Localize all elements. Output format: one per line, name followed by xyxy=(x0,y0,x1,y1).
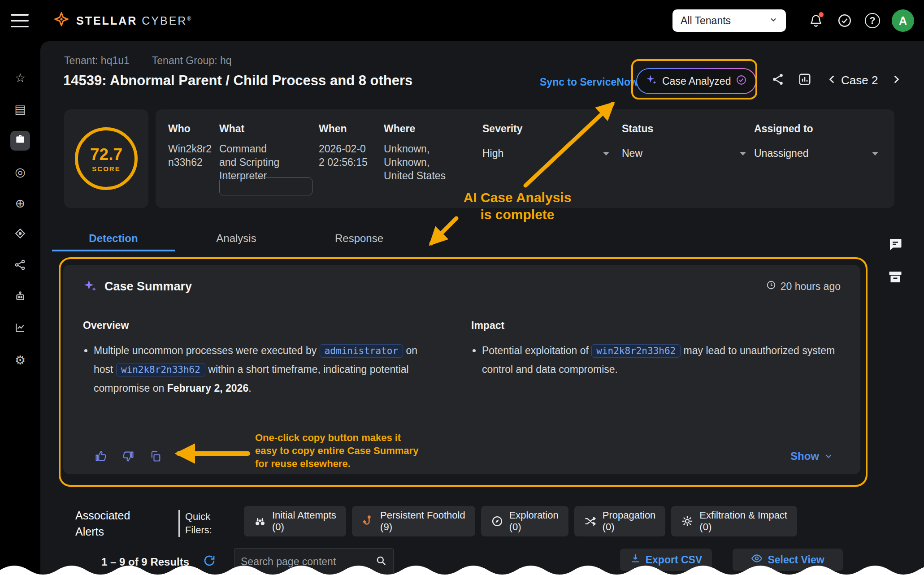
assigned-to-label: Assigned to xyxy=(754,123,878,135)
menu-icon[interactable] xyxy=(11,14,29,27)
score-value: 72.7 xyxy=(90,145,122,164)
tenant-selector[interactable]: All Tenants xyxy=(672,9,786,32)
notifications-bell-icon[interactable] xyxy=(807,12,824,29)
case-analyzed-label: Case Analyzed xyxy=(662,75,731,87)
show-toggle[interactable]: Show xyxy=(790,450,833,463)
previous-case-button[interactable] xyxy=(826,73,838,87)
sidebar-item-favorites[interactable]: ☆ xyxy=(10,68,30,88)
help-icon[interactable]: ? xyxy=(865,13,880,28)
search-icon[interactable] xyxy=(375,555,387,568)
sidebar-item-settings[interactable]: ⚙ xyxy=(10,350,30,370)
share-icon[interactable] xyxy=(771,73,785,88)
score-gauge: 72.7 SCORE xyxy=(75,127,138,190)
case-summary-title: Case Summary xyxy=(104,280,192,294)
filter-propagation[interactable]: Propagation(0) xyxy=(574,506,666,536)
status-dropdown[interactable]: New xyxy=(622,147,746,166)
crossed-arrows-icon xyxy=(584,515,597,527)
case-analyzed-button[interactable]: Case Analyzed xyxy=(636,68,756,94)
robot-icon xyxy=(14,290,26,305)
clock-icon xyxy=(766,280,776,293)
select-view-button[interactable]: Select View xyxy=(733,549,843,571)
hook-icon xyxy=(362,515,374,527)
results-count: 1 – 9 of 9 Results xyxy=(101,556,189,568)
when-value: 2026-02-02 02:56:15 xyxy=(319,142,369,169)
filter-exfiltration-impact[interactable]: Exfiltration & Impact(0) xyxy=(671,506,797,536)
tab-response[interactable]: Response xyxy=(298,227,421,251)
star-icon: ☆ xyxy=(15,71,26,85)
overview-bullet: Multiple uncommon processes were execute… xyxy=(94,342,424,398)
tenant-group-label: Tenant Group: hq xyxy=(152,55,232,67)
compass-icon xyxy=(491,515,503,527)
filter-persistent-foothold[interactable]: Persistent Foothold(9) xyxy=(352,506,475,536)
sidebar-item-cases[interactable] xyxy=(10,131,30,151)
sidebar-item-reports[interactable] xyxy=(10,319,30,339)
search-input[interactable] xyxy=(241,556,375,568)
notification-dot xyxy=(819,12,824,17)
chevron-down-icon xyxy=(872,152,878,156)
sidebar-item-dashboards[interactable]: ▤ xyxy=(10,99,30,119)
when-label: When xyxy=(319,123,373,135)
quick-filters-label: Quick Filers: xyxy=(178,510,226,537)
sync-to-servicenow-link[interactable]: Sync to ServiceNow xyxy=(540,76,638,88)
bullseye-icon: ◎ xyxy=(15,165,26,179)
who-label: Who xyxy=(168,123,217,135)
tab-detection[interactable]: Detection xyxy=(52,227,175,251)
download-icon xyxy=(630,553,641,566)
export-csv-button[interactable]: Export CSV xyxy=(620,549,712,571)
thumbs-down-icon[interactable] xyxy=(122,450,134,463)
what-value: Command and Scripting Interpreter xyxy=(219,142,282,182)
sidebar-item-hunting[interactable] xyxy=(10,225,30,245)
chevron-down-icon xyxy=(769,15,778,27)
sidebar-item-detections[interactable]: ◎ xyxy=(10,162,30,182)
sidebar-item-automation[interactable] xyxy=(10,288,30,307)
target-diamond-icon xyxy=(14,228,26,242)
page-title: 14539: Abnormal Parent / Child Process a… xyxy=(63,73,412,89)
case-info-card: Who Win2k8r2n33h62 What Command and Scri… xyxy=(156,109,894,208)
entity-chip[interactable]: win2k8r2n33h62 xyxy=(591,344,681,358)
overview-heading: Overview xyxy=(83,320,424,332)
associated-alerts-title: Associated Alerts xyxy=(75,507,147,540)
impact-bullet: Potential exploitation of win2k8r2n33h62… xyxy=(482,342,841,379)
copy-icon[interactable] xyxy=(149,450,162,463)
overview-section: Overview Multiple uncommon processes wer… xyxy=(83,320,424,398)
sidebar-item-correlation[interactable] xyxy=(10,256,30,276)
entity-chip[interactable]: win2k8r2n33h62 xyxy=(116,363,205,376)
entity-chip[interactable]: administrator xyxy=(320,344,403,358)
gear-icon: ⚙ xyxy=(15,353,26,367)
what-filter-input[interactable] xyxy=(219,177,312,195)
sparkle-icon xyxy=(646,74,657,88)
avatar[interactable]: A xyxy=(892,9,914,32)
ai-sparkle-icon xyxy=(83,278,97,294)
chart-icon xyxy=(14,322,26,337)
comments-panel-icon[interactable] xyxy=(887,236,903,254)
next-case-button[interactable] xyxy=(890,73,902,87)
brand-text: STELLAR CYBER® xyxy=(76,14,192,27)
assigned-to-dropdown[interactable]: Unassigned xyxy=(754,147,878,166)
tab-analysis[interactable]: Analysis xyxy=(175,227,298,251)
eye-icon xyxy=(751,553,763,567)
refresh-icon[interactable] xyxy=(203,554,216,569)
impact-section: Impact Potential exploitation of win2k8r… xyxy=(471,320,841,398)
thumbs-up-icon[interactable] xyxy=(95,450,107,463)
sidebar-item-threat-intel[interactable]: ⊕ xyxy=(10,194,30,213)
chevron-down-icon xyxy=(603,152,609,156)
virus-burst-icon xyxy=(681,515,694,527)
analyzed-check-icon xyxy=(736,74,747,88)
tenant-info-row: Tenant: hq1u1 Tenant Group: hq xyxy=(64,55,232,67)
severity-label: Severity xyxy=(482,123,609,135)
sidebar: ☆ ▤ ◎ ⊕ ⚙ xyxy=(0,41,40,575)
globe-icon: ⊕ xyxy=(15,196,26,211)
tenant-label: Tenant: hq1u1 xyxy=(64,55,130,67)
summary-timestamp: 20 hours ago xyxy=(766,280,841,293)
status-label: Status xyxy=(622,123,746,135)
archive-panel-icon[interactable] xyxy=(887,269,903,287)
filter-exploration[interactable]: Exploration(0) xyxy=(481,506,568,536)
who-value: Win2k8r2n33h62 xyxy=(168,142,215,169)
severity-dropdown[interactable]: High xyxy=(482,147,609,166)
chevron-down-icon xyxy=(740,152,746,156)
stats-icon[interactable] xyxy=(798,73,811,88)
tasks-check-icon[interactable] xyxy=(836,12,853,29)
filter-initial-attempts[interactable]: Initial Attempts(0) xyxy=(244,506,346,536)
case-nav-label: Case 2 xyxy=(841,73,878,87)
tab-bar: Detection Analysis Response xyxy=(52,227,421,251)
